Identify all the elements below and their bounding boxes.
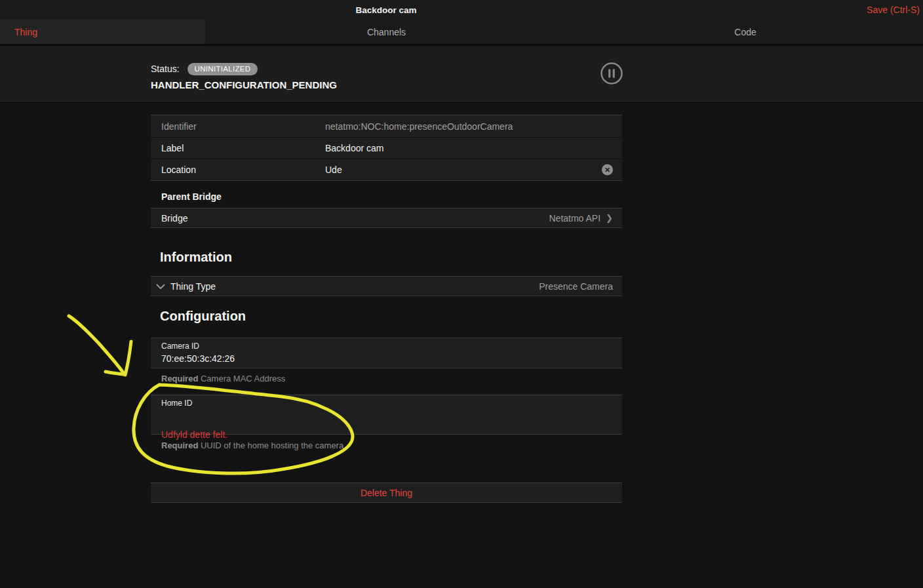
information-heading: Information (151, 248, 622, 265)
required-flag: Required (161, 374, 198, 383)
camera-id-field[interactable]: Camera ID 70:ee:50:3c:42:26 (151, 338, 622, 368)
home-id-validation-error: Udfyld dette felt. (161, 430, 612, 440)
status-section: Status: UNINITIALIZED HANDLER_CONFIGURAT… (0, 46, 923, 103)
bridge-value: Netatmo API (549, 213, 601, 224)
chevron-right-icon: ❯ (606, 214, 613, 222)
thing-type-row[interactable]: Thing Type Presence Camera (151, 276, 622, 296)
tab-code[interactable]: Code (568, 20, 923, 44)
save-button[interactable]: Save (Ctrl-S) (867, 5, 920, 15)
page-title: Backdoor cam (355, 5, 416, 15)
tab-channels[interactable]: Channels (205, 20, 568, 44)
window-titlebar: Backdoor cam Save (Ctrl-S) (0, 0, 923, 20)
thing-type-value: Presence Camera (539, 281, 613, 292)
status-badge: UNINITIALIZED (187, 63, 258, 75)
identifier-label: Identifier (161, 121, 325, 132)
label-label: Label (161, 143, 325, 153)
required-flag: Required (161, 441, 198, 450)
home-id-helper: Required UUID of the home hosting the ca… (151, 441, 622, 451)
parent-bridge-heading: Parent Bridge (161, 191, 622, 202)
identifier-value: netatmo:NOC:home:presenceOutdoorCamera (325, 121, 612, 132)
delete-thing-button[interactable]: Delete Thing (151, 482, 622, 503)
camera-id-helper-text: Camera MAC Address (198, 374, 285, 383)
home-id-label: Home ID (161, 399, 612, 408)
status-label: Status: (151, 64, 180, 74)
configuration-heading: Configuration (151, 307, 622, 324)
camera-id-input[interactable]: 70:ee:50:3c:42:26 (161, 354, 612, 372)
pause-circle-icon[interactable] (600, 62, 623, 85)
identity-list: Identifier netatmo:NOC:home:presenceOutd… (151, 115, 622, 181)
location-row[interactable]: Location Ude ✕ (151, 159, 622, 180)
location-label: Location (161, 165, 325, 175)
bridge-row[interactable]: Bridge Netatmo API ❯ (151, 208, 622, 228)
status-detail: HANDLER_CONFIGURATION_PENDING (151, 79, 923, 90)
chevron-down-icon (156, 281, 165, 292)
home-id-field[interactable]: Home ID Udfyld dette felt. (151, 395, 622, 435)
clear-location-icon[interactable]: ✕ (602, 165, 613, 176)
home-id-helper-text: UUID of the home hosting the camera (198, 441, 344, 450)
tab-bar: Thing Channels Code (0, 20, 923, 46)
thing-type-label: Thing Type (170, 281, 539, 292)
home-id-input[interactable] (161, 409, 612, 421)
camera-id-label: Camera ID (161, 342, 612, 351)
tab-thing[interactable]: Thing (0, 20, 205, 44)
bridge-label: Bridge (161, 213, 549, 224)
label-row[interactable]: Label Backdoor cam (151, 137, 622, 159)
identifier-row: Identifier netatmo:NOC:home:presenceOutd… (151, 115, 622, 137)
label-input[interactable]: Backdoor cam (325, 143, 612, 153)
camera-id-helper: Required Camera MAC Address (151, 374, 622, 384)
location-input[interactable]: Ude (325, 165, 612, 175)
thing-detail-content: Identifier netatmo:NOC:home:presenceOutd… (0, 115, 622, 503)
